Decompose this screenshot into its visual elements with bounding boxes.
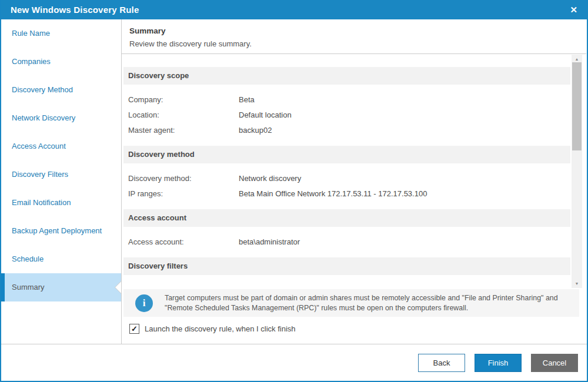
sidebar-item-access-account[interactable]: Access Account (1, 132, 121, 160)
sidebar-item-summary[interactable]: Summary (1, 273, 121, 301)
sidebar-item-discovery-method[interactable]: Discovery Method (1, 76, 121, 104)
vertical-scrollbar[interactable]: ▲ ▼ (572, 55, 582, 288)
summary-row: Master agent: backup02 (122, 123, 586, 138)
row-value: Default location (239, 108, 292, 123)
page-title: Summary (129, 26, 586, 35)
row-label: Access account: (122, 234, 239, 250)
sidebar-item-email-notification[interactable]: Email Notification (1, 189, 121, 217)
sidebar-item-companies[interactable]: Companies (1, 48, 121, 76)
sidebar-item-discovery-filters[interactable]: Discovery Filters (1, 160, 121, 189)
back-button[interactable]: Back (418, 354, 465, 372)
summary-row: Company: Beta (122, 92, 586, 108)
wizard-steps-sidebar: Rule Name Companies Discovery Method Net… (1, 19, 122, 344)
launch-rule-checkbox-row[interactable]: ✓ Launch the discovery rule, when I clic… (129, 324, 296, 334)
page-subtitle: Review the discovery rule summary. (129, 39, 586, 48)
scroll-down-icon[interactable]: ▼ (572, 279, 582, 288)
row-value: backup02 (239, 123, 272, 138)
sidebar-item-network-discovery[interactable]: Network Discovery (1, 104, 121, 132)
dialog-title: New Windows Discovery Rule (1, 5, 139, 15)
sidebar-item-backup-agent-deployment[interactable]: Backup Agent Deployment (1, 217, 121, 245)
row-label: Location: (122, 108, 239, 123)
sidebar-item-label: Summary (12, 283, 45, 291)
info-icon: i (135, 294, 153, 312)
row-label: Master agent: (122, 123, 239, 138)
row-label: Company: (122, 92, 239, 108)
row-value: Network discovery (239, 171, 301, 186)
dialog-body: Rule Name Companies Discovery Method Net… (1, 19, 587, 344)
row-value: Beta Main Office Network 172.17.53.11 - … (239, 186, 427, 202)
launch-rule-checkbox-label[interactable]: Launch the discovery rule, when I click … (145, 324, 296, 333)
sidebar-item-schedule[interactable]: Schedule (1, 245, 121, 273)
section-rows: Access account: beta\administrator (122, 234, 586, 250)
step-header: Summary Review the discovery rule summar… (122, 19, 586, 54)
section-rows: Discovery method: Network discovery IP r… (122, 171, 586, 202)
row-label: Discovery method: (122, 171, 239, 186)
summary-row: Access account: beta\administrator (122, 234, 586, 250)
section-header-discovery-scope: Discovery scope (123, 67, 570, 85)
summary-row: Discovery method: Network discovery (122, 171, 586, 186)
scrollbar-thumb[interactable] (572, 62, 582, 150)
section-header-discovery-filters: Discovery filters (123, 257, 570, 275)
section-header-access-account: Access account (123, 209, 570, 227)
row-label: IP ranges: (122, 186, 239, 202)
cancel-button[interactable]: Cancel (531, 354, 578, 372)
launch-rule-checkbox[interactable]: ✓ (129, 324, 139, 334)
footer-bar: Back Finish Cancel (1, 344, 587, 381)
section-header-discovery-method: Discovery method (123, 146, 570, 163)
selected-notch (115, 282, 121, 293)
finish-button[interactable]: Finish (475, 354, 522, 372)
summary-row: Location: Default location (122, 108, 586, 123)
title-bar: New Windows Discovery Rule ✕ (1, 0, 587, 19)
row-value: beta\administrator (239, 234, 300, 250)
row-value: Beta (239, 92, 255, 108)
summary-scroll-area: Discovery scope Company: Beta Location: … (122, 54, 586, 288)
content-pane: Summary Review the discovery rule summar… (122, 19, 586, 344)
close-icon[interactable]: ✕ (570, 5, 587, 14)
new-windows-discovery-rule-dialog: New Windows Discovery Rule ✕ Rule Name C… (0, 0, 588, 382)
info-note-text: Target computers must be part of domain … (165, 293, 576, 313)
summary-row: IP ranges: Beta Main Office Network 172.… (122, 186, 586, 202)
sidebar-item-rule-name[interactable]: Rule Name (1, 19, 121, 48)
section-rows: Company: Beta Location: Default location… (122, 92, 586, 138)
firewall-info-note: i Target computers must be part of domai… (123, 289, 579, 317)
